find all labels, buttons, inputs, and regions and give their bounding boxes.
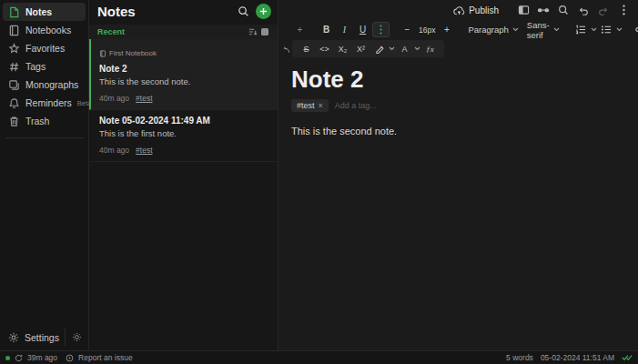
note-list-item[interactable]: First Notebook Note 2 This is the second… <box>89 39 278 110</box>
underline-glyph: U <box>360 25 366 35</box>
sidebar-item-notes[interactable]: Notes <box>3 3 86 21</box>
monograph-icon <box>8 79 20 91</box>
numbered-list-button[interactable] <box>572 22 590 37</box>
collapse-toolbar-icon[interactable] <box>283 41 290 57</box>
note-tag-link[interactable]: #test <box>136 94 152 103</box>
more-tools-row: S <> X₂ X² A ƒx <box>278 39 638 60</box>
chevron-down-icon[interactable] <box>414 46 420 51</box>
sidebar-spacer <box>0 146 88 326</box>
settings-button[interactable]: Settings <box>8 332 65 343</box>
bold-button[interactable]: B <box>318 22 335 37</box>
redo-icon[interactable] <box>594 2 613 18</box>
notes-list-panel: Notes Recent <box>89 0 278 350</box>
sidebar-item-trash[interactable]: Trash <box>3 112 86 130</box>
decrease-font-size-button[interactable]: − <box>399 22 416 37</box>
trash-icon <box>8 116 20 127</box>
font-size-value[interactable]: 16px <box>417 25 437 35</box>
notebook-name: First Notebook <box>109 49 157 57</box>
superscript-button[interactable]: X² <box>352 41 370 56</box>
undo-icon[interactable] <box>574 2 592 18</box>
star-icon <box>8 43 20 55</box>
sync-icon[interactable] <box>15 354 23 362</box>
cloud-upload-icon <box>453 5 465 15</box>
main-area: Notes Notebooks Favorites Tags <box>0 0 638 350</box>
note-timestamp: 05-02-2024 11:51 AM <box>541 353 614 362</box>
notebook-icon <box>8 25 20 36</box>
sort-icon[interactable] <box>246 26 258 37</box>
italic-button[interactable]: I <box>336 22 353 37</box>
highlight-button[interactable] <box>370 41 388 56</box>
note-list-item[interactable]: Note 05-02-2024 11:49 AM This is the fir… <box>89 110 278 162</box>
subscript-button[interactable]: X₂ <box>334 41 351 56</box>
note-title: Note 2 <box>99 64 269 74</box>
note-title-input[interactable]: Note 2 <box>278 60 638 93</box>
font-family-dropdown[interactable]: Sans-serif <box>523 20 563 40</box>
bullet-list-button[interactable] <box>598 22 615 37</box>
strikethrough-glyph: S <box>303 45 309 54</box>
strikethrough-button[interactable]: S <box>298 41 315 56</box>
remove-tag-icon[interactable]: × <box>319 101 323 110</box>
subscript-glyph: X₂ <box>339 45 348 54</box>
sidebar-item-tags[interactable]: Tags <box>3 57 86 76</box>
notebook-reference[interactable]: First Notebook <box>99 45 269 61</box>
add-tag-input[interactable]: Add a tag... <box>335 101 377 110</box>
sidebar-item-monographs[interactable]: Monographs <box>3 76 86 94</box>
more-tools-panel: S <> X₂ X² A ƒx <box>292 40 444 57</box>
numbered-list-icon <box>575 25 586 35</box>
settings-label: Settings <box>25 332 59 343</box>
kebab-icon <box>380 25 382 35</box>
increase-font-size-button[interactable]: + <box>438 22 455 37</box>
list-panel-title: Notes <box>97 4 235 19</box>
math-button[interactable]: ƒx <box>421 41 439 56</box>
editor-menu-kebab-icon[interactable] <box>614 2 633 18</box>
underline-button[interactable]: U <box>354 22 371 37</box>
sidebar-item-notebooks[interactable]: Notebooks <box>3 21 86 39</box>
sidebar-item-favorites[interactable]: Favorites <box>3 39 86 57</box>
bullet-list-icon <box>601 25 612 35</box>
code-button[interactable]: <> <box>316 41 333 56</box>
word-count: 5 words <box>506 353 533 362</box>
superscript-glyph: X² <box>357 45 365 54</box>
italic-glyph: I <box>343 25 346 35</box>
publish-button[interactable]: Publish <box>447 4 505 17</box>
sidebar-item-label: Favorites <box>25 43 65 54</box>
sidebar-item-label: Trash <box>25 116 49 126</box>
chevron-down-icon <box>553 27 560 32</box>
more-formatting-button[interactable] <box>372 22 390 37</box>
note-body-editor[interactable]: This is the second note. <box>278 112 638 136</box>
editor-search-icon[interactable] <box>554 2 572 18</box>
notebook-mini-icon <box>99 45 106 61</box>
note-tag-link[interactable]: #test <box>136 146 152 155</box>
chevron-down-icon[interactable] <box>591 27 597 32</box>
toggle-panel-icon[interactable] <box>514 2 532 18</box>
chevron-down-icon[interactable] <box>389 46 395 51</box>
chevron-down-icon[interactable] <box>616 27 623 32</box>
math-glyph: ƒx <box>426 45 434 54</box>
last-sync-time[interactable]: 39m ago <box>27 353 57 362</box>
reminder-bell-icon <box>8 97 20 109</box>
report-issue-link[interactable]: Report an issue <box>78 353 133 362</box>
sidebar-item-reminders[interactable]: Reminders Beta <box>3 94 86 112</box>
link-icon <box>634 25 638 34</box>
paragraph-label: Paragraph <box>468 25 508 35</box>
bold-glyph: B <box>323 25 329 35</box>
note-title: Note 05-02-2024 11:49 AM <box>99 116 269 126</box>
sidebar: Notes Notebooks Favorites Tags <box>0 0 89 350</box>
text-color-button[interactable]: A <box>396 41 413 56</box>
tag-chip[interactable]: #test × <box>291 99 329 112</box>
link-button[interactable] <box>632 22 638 37</box>
editor-top-bar: Publish <box>278 0 638 20</box>
paragraph-style-dropdown[interactable]: Paragraph <box>464 25 522 35</box>
note-excerpt: This is the first note. <box>99 128 269 138</box>
formatting-toolbar: + B I U − 16px + Paragraph Sans-serif <box>278 20 638 39</box>
font-family-label: Sans-serif <box>527 20 550 40</box>
view-mode-icon[interactable] <box>258 26 271 37</box>
focus-mode-icon[interactable] <box>534 2 552 18</box>
chevron-down-icon <box>512 27 519 32</box>
insert-plus-button[interactable]: + <box>291 22 309 37</box>
plus-icon <box>259 7 268 15</box>
add-note-button[interactable] <box>256 4 271 19</box>
list-panel-header: Notes <box>89 0 278 23</box>
theme-toggle-button[interactable] <box>65 329 88 346</box>
search-icon[interactable] <box>235 4 251 20</box>
